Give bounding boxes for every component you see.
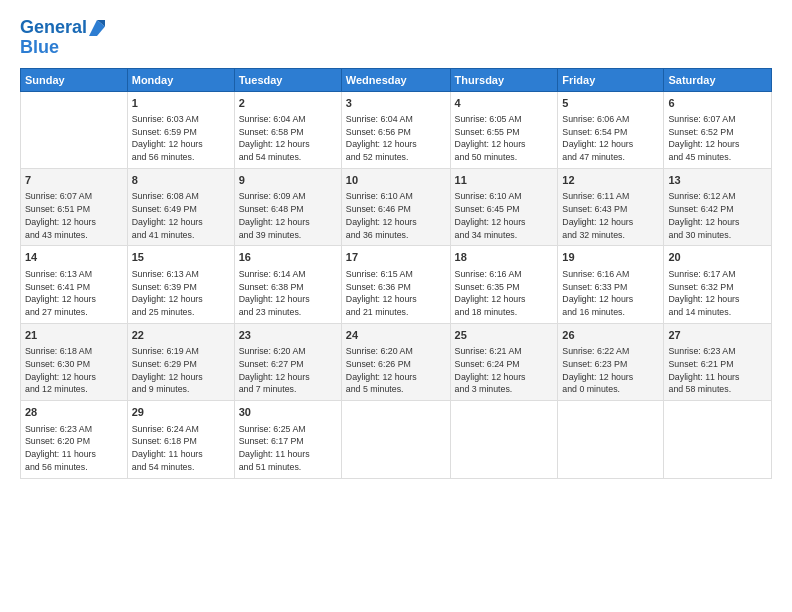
cell-info: and 30 minutes. bbox=[668, 229, 767, 242]
cell-info: Sunset: 6:32 PM bbox=[668, 281, 767, 294]
day-number: 29 bbox=[132, 405, 230, 420]
cell-info: Sunset: 6:39 PM bbox=[132, 281, 230, 294]
logo-text-line2: Blue bbox=[20, 38, 105, 58]
cell-info: Sunset: 6:52 PM bbox=[668, 126, 767, 139]
day-number: 21 bbox=[25, 328, 123, 343]
cell-info: Sunrise: 6:20 AM bbox=[239, 345, 337, 358]
cell-info: and 32 minutes. bbox=[562, 229, 659, 242]
calendar-cell: 28Sunrise: 6:23 AMSunset: 6:20 PMDayligh… bbox=[21, 401, 128, 478]
cell-info: Daylight: 12 hours bbox=[239, 138, 337, 151]
calendar-cell: 13Sunrise: 6:12 AMSunset: 6:42 PMDayligh… bbox=[664, 168, 772, 245]
calendar-cell: 24Sunrise: 6:20 AMSunset: 6:26 PMDayligh… bbox=[341, 323, 450, 400]
cell-info: Sunset: 6:41 PM bbox=[25, 281, 123, 294]
cell-info: Sunrise: 6:08 AM bbox=[132, 190, 230, 203]
cell-info: and 14 minutes. bbox=[668, 306, 767, 319]
calendar-cell bbox=[664, 401, 772, 478]
cell-info: Sunrise: 6:07 AM bbox=[25, 190, 123, 203]
cell-info: Daylight: 12 hours bbox=[25, 293, 123, 306]
cell-info: Sunrise: 6:13 AM bbox=[25, 268, 123, 281]
cell-info: Sunrise: 6:07 AM bbox=[668, 113, 767, 126]
cell-info: and 56 minutes. bbox=[25, 461, 123, 474]
calendar-table: SundayMondayTuesdayWednesdayThursdayFrid… bbox=[20, 68, 772, 479]
cell-info: Sunset: 6:58 PM bbox=[239, 126, 337, 139]
cell-info: Sunset: 6:18 PM bbox=[132, 435, 230, 448]
cell-info: Daylight: 12 hours bbox=[668, 138, 767, 151]
calendar-cell: 30Sunrise: 6:25 AMSunset: 6:17 PMDayligh… bbox=[234, 401, 341, 478]
cell-info: Daylight: 12 hours bbox=[239, 293, 337, 306]
calendar-cell bbox=[450, 401, 558, 478]
calendar-header: SundayMondayTuesdayWednesdayThursdayFrid… bbox=[21, 68, 772, 91]
cell-info: Sunrise: 6:15 AM bbox=[346, 268, 446, 281]
cell-info: Sunset: 6:21 PM bbox=[668, 358, 767, 371]
day-number: 25 bbox=[455, 328, 554, 343]
cell-info: Daylight: 12 hours bbox=[25, 216, 123, 229]
calendar-cell: 27Sunrise: 6:23 AMSunset: 6:21 PMDayligh… bbox=[664, 323, 772, 400]
weekday-header-sunday: Sunday bbox=[21, 68, 128, 91]
cell-info: Sunrise: 6:17 AM bbox=[668, 268, 767, 281]
cell-info: Daylight: 12 hours bbox=[346, 216, 446, 229]
calendar-cell: 21Sunrise: 6:18 AMSunset: 6:30 PMDayligh… bbox=[21, 323, 128, 400]
cell-info: Sunrise: 6:16 AM bbox=[562, 268, 659, 281]
cell-info: Sunset: 6:48 PM bbox=[239, 203, 337, 216]
cell-info: Daylight: 11 hours bbox=[239, 448, 337, 461]
cell-info: Sunrise: 6:11 AM bbox=[562, 190, 659, 203]
calendar-cell: 17Sunrise: 6:15 AMSunset: 6:36 PMDayligh… bbox=[341, 246, 450, 323]
day-number: 13 bbox=[668, 173, 767, 188]
cell-info: Daylight: 12 hours bbox=[562, 293, 659, 306]
calendar-cell: 7Sunrise: 6:07 AMSunset: 6:51 PMDaylight… bbox=[21, 168, 128, 245]
cell-info: and 41 minutes. bbox=[132, 229, 230, 242]
cell-info: Daylight: 12 hours bbox=[132, 371, 230, 384]
calendar-cell: 9Sunrise: 6:09 AMSunset: 6:48 PMDaylight… bbox=[234, 168, 341, 245]
calendar-cell: 14Sunrise: 6:13 AMSunset: 6:41 PMDayligh… bbox=[21, 246, 128, 323]
cell-info: Sunrise: 6:04 AM bbox=[346, 113, 446, 126]
cell-info: Sunrise: 6:19 AM bbox=[132, 345, 230, 358]
cell-info: Sunset: 6:43 PM bbox=[562, 203, 659, 216]
calendar-cell: 2Sunrise: 6:04 AMSunset: 6:58 PMDaylight… bbox=[234, 91, 341, 168]
cell-info: and 9 minutes. bbox=[132, 383, 230, 396]
cell-info: Sunset: 6:49 PM bbox=[132, 203, 230, 216]
calendar-cell: 19Sunrise: 6:16 AMSunset: 6:33 PMDayligh… bbox=[558, 246, 664, 323]
calendar-cell: 18Sunrise: 6:16 AMSunset: 6:35 PMDayligh… bbox=[450, 246, 558, 323]
cell-info: Sunrise: 6:16 AM bbox=[455, 268, 554, 281]
day-number: 9 bbox=[239, 173, 337, 188]
cell-info: Daylight: 12 hours bbox=[562, 216, 659, 229]
calendar-cell: 23Sunrise: 6:20 AMSunset: 6:27 PMDayligh… bbox=[234, 323, 341, 400]
cell-info: Daylight: 12 hours bbox=[455, 371, 554, 384]
calendar-cell: 20Sunrise: 6:17 AMSunset: 6:32 PMDayligh… bbox=[664, 246, 772, 323]
logo: General Blue bbox=[20, 18, 105, 58]
cell-info: Daylight: 12 hours bbox=[455, 216, 554, 229]
cell-info: Sunset: 6:45 PM bbox=[455, 203, 554, 216]
cell-info: Sunset: 6:24 PM bbox=[455, 358, 554, 371]
cell-info: Daylight: 12 hours bbox=[132, 216, 230, 229]
weekday-header-saturday: Saturday bbox=[664, 68, 772, 91]
cell-info: Sunrise: 6:23 AM bbox=[25, 423, 123, 436]
cell-info: and 3 minutes. bbox=[455, 383, 554, 396]
calendar-cell: 3Sunrise: 6:04 AMSunset: 6:56 PMDaylight… bbox=[341, 91, 450, 168]
day-number: 19 bbox=[562, 250, 659, 265]
day-number: 22 bbox=[132, 328, 230, 343]
cell-info: Daylight: 12 hours bbox=[455, 293, 554, 306]
day-number: 2 bbox=[239, 96, 337, 111]
cell-info: Sunrise: 6:12 AM bbox=[668, 190, 767, 203]
cell-info: Sunset: 6:17 PM bbox=[239, 435, 337, 448]
cell-info: Sunset: 6:36 PM bbox=[346, 281, 446, 294]
day-number: 24 bbox=[346, 328, 446, 343]
cell-info: Daylight: 11 hours bbox=[668, 371, 767, 384]
cell-info: Sunset: 6:29 PM bbox=[132, 358, 230, 371]
day-number: 16 bbox=[239, 250, 337, 265]
cell-info: Sunrise: 6:20 AM bbox=[346, 345, 446, 358]
day-number: 17 bbox=[346, 250, 446, 265]
day-number: 14 bbox=[25, 250, 123, 265]
day-number: 6 bbox=[668, 96, 767, 111]
day-number: 4 bbox=[455, 96, 554, 111]
cell-info: and 23 minutes. bbox=[239, 306, 337, 319]
cell-info: and 58 minutes. bbox=[668, 383, 767, 396]
cell-info: Sunrise: 6:18 AM bbox=[25, 345, 123, 358]
cell-info: Daylight: 12 hours bbox=[346, 293, 446, 306]
cell-info: and 56 minutes. bbox=[132, 151, 230, 164]
calendar-cell: 4Sunrise: 6:05 AMSunset: 6:55 PMDaylight… bbox=[450, 91, 558, 168]
day-number: 23 bbox=[239, 328, 337, 343]
weekday-header-friday: Friday bbox=[558, 68, 664, 91]
day-number: 12 bbox=[562, 173, 659, 188]
cell-info: and 34 minutes. bbox=[455, 229, 554, 242]
